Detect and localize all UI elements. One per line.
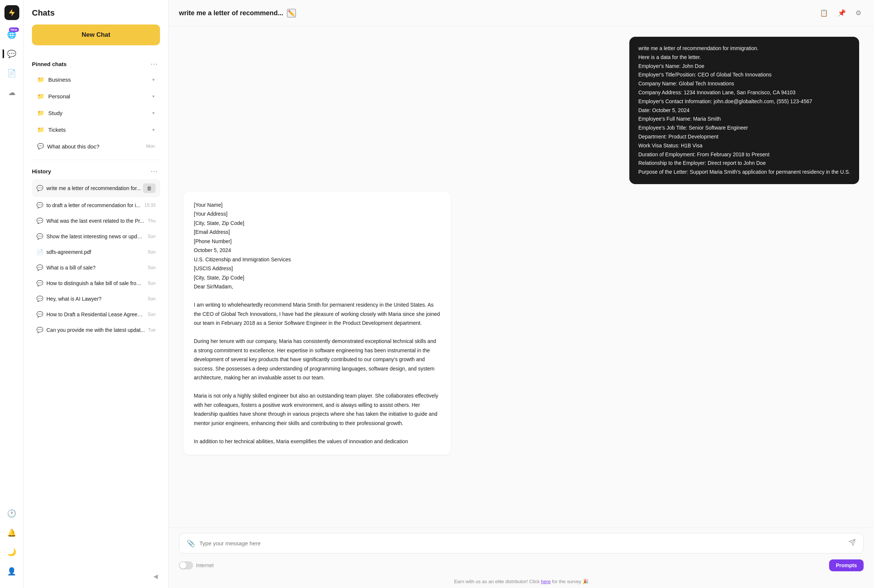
history-item-h8[interactable]: 💬 Hey, what is AI Lawyer? Sun xyxy=(32,291,160,306)
history-section: History ⋯ 💬 write me a letter of recomme… xyxy=(24,163,168,568)
history-date-h4: Sun xyxy=(148,234,156,239)
toggle-thumb xyxy=(180,562,186,569)
promo-link[interactable]: here xyxy=(541,579,551,584)
promo-text-before: Earn with us as an elite distributor! Cl… xyxy=(454,579,541,584)
settings-icon: ⚙ xyxy=(856,9,861,17)
history-file-icon-h5: 📄 xyxy=(36,249,44,255)
theme-icon: 🌙 xyxy=(7,548,17,556)
history-item-h7[interactable]: 💬 How to distinguish a fake bill of sale… xyxy=(32,276,160,291)
history-item-text-h1: write me a letter of recommendation for.… xyxy=(47,185,141,191)
pinned-label-tickets: Tickets xyxy=(48,127,66,133)
sidebar: Chats New Chat Pinned chats ⋯ 📁 Business… xyxy=(24,0,168,588)
history-item-text-h9: How to Draft a Residential Lease Agreem.… xyxy=(47,312,145,317)
history-menu-button[interactable]: ⋯ xyxy=(148,166,160,176)
history-chat-icon-h3: 💬 xyxy=(36,218,44,224)
bell-icon: 🔔 xyxy=(7,528,17,537)
chevron-down-icon-tickets: ▾ xyxy=(152,127,155,132)
nav-theme-btn[interactable]: 🌙 xyxy=(4,544,20,560)
history-item-text-h5: sdfs-agreement.pdf xyxy=(47,249,91,255)
chat-bubble-icon: 💬 xyxy=(37,143,44,150)
history-chat-icon-h4: 💬 xyxy=(36,233,44,240)
pinned-menu-button[interactable]: ⋯ xyxy=(148,58,160,69)
message-input[interactable] xyxy=(200,540,844,546)
folder-icon-study: 📁 xyxy=(37,110,45,117)
history-icon: 🕐 xyxy=(7,509,17,518)
cloud-icon: ☁ xyxy=(8,88,16,97)
history-date-h2: 15:33 xyxy=(144,202,156,208)
pinned-item-personal[interactable]: 📁 Personal ▾ xyxy=(32,89,160,104)
pinned-label-business: Business xyxy=(48,76,71,83)
icon-bar: 🌐 New 💬 📄 ☁ 🕐 🔔 🌙 👤 xyxy=(0,0,24,588)
history-chat-icon-h10: 💬 xyxy=(36,327,44,333)
history-date-h7: Sun xyxy=(148,280,156,286)
nav-bell-btn[interactable]: 🔔 xyxy=(4,525,20,540)
chat-input-area: 📎 xyxy=(168,528,874,556)
chat-header: write me a letter of recommend... ✏️ 📋 📌… xyxy=(168,0,874,26)
nav-user-btn[interactable]: 👤 xyxy=(4,564,20,579)
send-button[interactable] xyxy=(848,538,856,549)
history-item-h10[interactable]: 💬 Can you provide me with the latest upd… xyxy=(32,322,160,338)
chevron-down-icon: ▾ xyxy=(152,77,155,82)
history-chat-icon-h7: 💬 xyxy=(36,280,44,286)
pinned-label-study: Study xyxy=(48,110,62,116)
app-logo xyxy=(5,5,19,20)
settings-action-button[interactable]: ⚙ xyxy=(853,7,863,19)
send-icon xyxy=(848,538,856,546)
history-item-h6[interactable]: 💬 What is a bill of sale? Sun xyxy=(32,260,160,275)
nav-cloud-btn[interactable]: ☁ xyxy=(4,85,20,100)
nav-document-btn[interactable]: 📄 xyxy=(4,65,20,81)
pinned-item-whatdoc[interactable]: 💬 What about this doc? Mon xyxy=(32,139,160,154)
history-item-h5[interactable]: 📄 sdfs-agreement.pdf Sun xyxy=(32,244,160,260)
pinned-item-study[interactable]: 📁 Study ▾ xyxy=(32,105,160,121)
pinned-item-tickets[interactable]: 📁 Tickets ▾ xyxy=(32,122,160,137)
main-content: write me a letter of recommend... ✏️ 📋 📌… xyxy=(168,0,874,588)
save-action-button[interactable]: 📋 xyxy=(818,7,830,19)
sidebar-title: Chats xyxy=(32,8,160,18)
history-date-h9: Sun xyxy=(148,312,156,317)
save-icon: 📋 xyxy=(820,9,828,17)
history-item-h4[interactable]: 💬 Show the latest interesting news or up… xyxy=(32,229,160,244)
history-chat-icon-h2: 💬 xyxy=(36,202,44,208)
promo-bar: Earn with us as an elite distributor! Cl… xyxy=(168,576,874,588)
delete-button-h1[interactable]: 🗑 xyxy=(143,183,156,193)
history-date-h10: Tue xyxy=(148,327,156,333)
pinned-label-personal: Personal xyxy=(48,93,70,99)
user-message-text: write me a letter of recommendation for … xyxy=(638,44,850,177)
folder-icon: 📁 xyxy=(37,76,45,83)
history-section-label: History xyxy=(32,168,51,174)
pin-action-button[interactable]: 📌 xyxy=(835,7,848,19)
chat-icon: 💬 xyxy=(7,50,17,58)
history-item-h9[interactable]: 💬 How to Draft a Residential Lease Agree… xyxy=(32,307,160,322)
history-date-h8: Sun xyxy=(148,296,156,302)
history-item-text-h10: Can you provide me with the latest updat… xyxy=(47,327,145,333)
history-date-h5: Sun xyxy=(148,249,156,255)
history-item-text-h3: What was the last event related to the P… xyxy=(47,218,144,224)
history-item-text-h8: Hey, what is AI Lawyer? xyxy=(47,296,101,302)
history-chat-icon-h6: 💬 xyxy=(36,264,44,271)
input-container: 📎 xyxy=(179,533,863,554)
user-message-bubble: write me a letter of recommendation for … xyxy=(629,37,859,184)
folder-icon-personal: 📁 xyxy=(37,93,45,100)
history-item-h3[interactable]: 💬 What was the last event related to the… xyxy=(32,213,160,228)
internet-label: Internet xyxy=(196,562,213,568)
edit-title-button[interactable]: ✏️ xyxy=(287,9,296,18)
active-indicator xyxy=(3,50,4,58)
history-item-h1[interactable]: 💬 write me a letter of recommendation fo… xyxy=(32,179,160,197)
new-chat-button[interactable]: New Chat xyxy=(32,24,160,45)
prompts-button[interactable]: Prompts xyxy=(829,560,863,571)
nav-history-btn[interactable]: 🕐 xyxy=(4,506,20,521)
history-item-text-h7: How to distinguish a fake bill of sale f… xyxy=(47,280,145,286)
document-icon: 📄 xyxy=(7,69,17,78)
history-chat-icon-h8: 💬 xyxy=(36,296,44,302)
history-date-h6: Sun xyxy=(148,265,156,270)
collapse-sidebar-button[interactable]: ◀ xyxy=(151,570,160,582)
paperclip-icon: 📎 xyxy=(187,540,195,547)
chat-title: write me a letter of recommend... xyxy=(179,9,283,17)
internet-toggle[interactable]: Internet xyxy=(179,561,213,570)
history-item-h2[interactable]: 💬 to draft a letter of recommendation fo… xyxy=(32,198,160,213)
attach-button[interactable]: 📎 xyxy=(186,538,196,548)
pinned-item-business[interactable]: 📁 Business ▾ xyxy=(32,72,160,87)
nav-globe-btn[interactable]: 🌐 New xyxy=(4,27,20,42)
folder-icon-tickets: 📁 xyxy=(37,126,45,133)
nav-chat-btn[interactable]: 💬 xyxy=(4,46,20,62)
